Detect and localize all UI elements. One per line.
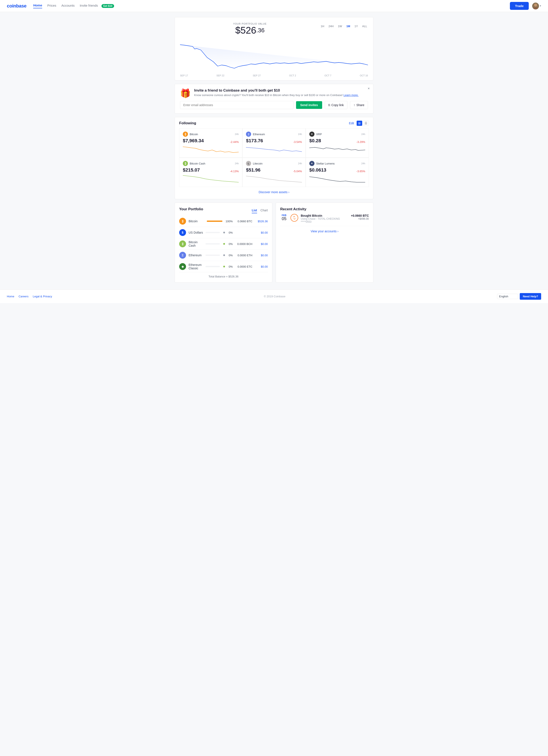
edit-link[interactable]: Edit bbox=[349, 122, 354, 125]
invite-text: Invite a friend to Coinbase and you'll b… bbox=[194, 88, 359, 97]
nav-home[interactable]: Home bbox=[33, 3, 42, 8]
copy-link-label: Copy link bbox=[332, 103, 344, 107]
recent-activity-panel: Recent Activity FEB 05 Bought Bitcoin Us… bbox=[276, 203, 373, 283]
svg-point-0 bbox=[534, 4, 537, 7]
activity-day: 05 bbox=[280, 216, 288, 221]
invite-badge[interactable]: Get $10 bbox=[101, 4, 114, 8]
activity-usd-amount: +$496.00 bbox=[351, 217, 369, 220]
send-invites-button[interactable]: Send invites bbox=[296, 101, 322, 109]
following-title: Following bbox=[179, 121, 196, 125]
discover-more-link[interactable]: Discover more assets › bbox=[179, 187, 369, 197]
portfolio-bch-name: Bitcoin Cash bbox=[188, 240, 203, 247]
tab-list[interactable]: List bbox=[252, 209, 257, 213]
time-filter-24h[interactable]: 24H bbox=[328, 24, 335, 28]
ltc-chart bbox=[246, 173, 302, 184]
chart-date-3: OCT 2 bbox=[289, 74, 296, 77]
need-help-button[interactable]: Need Help? bbox=[520, 293, 541, 300]
svg-point-1 bbox=[533, 7, 538, 9]
grid-view-button[interactable]: ⊞ bbox=[357, 121, 362, 126]
portfolio-tabs: List Chart bbox=[252, 209, 268, 213]
ltc-price: $51.96 bbox=[246, 167, 260, 173]
view-accounts-link[interactable]: View your accounts › bbox=[280, 226, 369, 233]
asset-card-btc[interactable]: ₿ Bitcoin 24h $7,969.34 -2.44% bbox=[179, 128, 242, 158]
footer: Home Careers Legal & Privacy © 2019 Coin… bbox=[0, 289, 548, 303]
nav-accounts[interactable]: Accounts bbox=[61, 4, 75, 8]
portfolio-item-usd[interactable]: $ US Dollars 0% $0.00 bbox=[179, 227, 268, 238]
user-avatar-wrap[interactable]: ▾ bbox=[532, 3, 541, 9]
xlm-chart bbox=[309, 173, 365, 184]
invite-desc-text: Know someone curious about crypto? You'l… bbox=[194, 93, 343, 97]
language-select[interactable]: EnglishEspañolFrançaisDeutschItalianoPor… bbox=[497, 294, 518, 299]
portfolio-etc-amount: 0.0000 ETC bbox=[235, 265, 252, 268]
xlm-icon: ✦ bbox=[309, 161, 315, 166]
footer-legal-link[interactable]: Legal & Privacy bbox=[33, 295, 52, 298]
tab-chart[interactable]: Chart bbox=[260, 209, 268, 213]
time-filter-1y[interactable]: 1Y bbox=[354, 24, 359, 28]
coinbase-logo[interactable]: coinbase bbox=[7, 3, 26, 9]
portfolio-eth-value: $0.00 bbox=[255, 254, 268, 257]
eth-period: 24h bbox=[298, 133, 302, 135]
activity-item-0: FEB 05 Bought Bitcoin Using Chase - TOTA… bbox=[280, 211, 369, 226]
learn-more-link[interactable]: Learn more. bbox=[344, 93, 359, 97]
portfolio-main-value: $526 bbox=[235, 25, 256, 36]
portfolio-etc-value: $0.00 bbox=[255, 265, 268, 268]
invite-top: 🎁 Invite a friend to Coinbase and you'll… bbox=[180, 88, 368, 98]
bch-name: Bitcoin Cash bbox=[190, 162, 205, 165]
chevron-down-icon: ▾ bbox=[540, 4, 541, 7]
portfolio-eth-pct: 0% bbox=[225, 254, 233, 257]
btc-icon: ₿ bbox=[183, 132, 188, 137]
email-input[interactable] bbox=[180, 101, 294, 109]
portfolio-btc-name: Bitcoin bbox=[188, 219, 204, 223]
portfolio-item-btc[interactable]: ₿ Bitcoin 100% 0.0660 BTC $526.36 bbox=[179, 216, 268, 227]
portfolio-eth-name: Ethereum bbox=[188, 253, 203, 257]
portfolio-btc-pct: 100% bbox=[225, 220, 233, 223]
btc-chart bbox=[183, 144, 239, 154]
portfolio-chart-section: YOUR PORTFOLIO VALUE $526.36 1H 24H 1W 1… bbox=[175, 17, 373, 80]
copy-icon: ⎘ bbox=[329, 103, 330, 107]
btc-name: Bitcoin bbox=[190, 133, 198, 136]
chart-date-0: SEP 17 bbox=[180, 74, 188, 77]
activity-title: Bought Bitcoin bbox=[301, 214, 348, 217]
asset-card-eth[interactable]: Ξ Ethereum 24h $173.76 -3.54% bbox=[242, 128, 306, 158]
portfolio-item-etc[interactable]: ◈ Ethereum Classic 0% 0.0000 ETC $0.00 bbox=[179, 261, 268, 272]
eth-price: $173.76 bbox=[246, 138, 263, 144]
your-portfolio-title: Your Portfolio bbox=[179, 207, 203, 211]
portfolio-btc-amount: 0.0660 BTC bbox=[235, 220, 252, 223]
portfolio-item-bch[interactable]: ₿ Bitcoin Cash 0% 0.0000 BCH $0.00 bbox=[179, 238, 268, 250]
footer-careers-link[interactable]: Careers bbox=[19, 295, 28, 298]
portfolio-eth-amount: 0.0000 ETH bbox=[235, 254, 252, 257]
activity-subtitle: Using Chase - TOTAL CHECKING *****0553 bbox=[301, 217, 348, 223]
footer-home-link[interactable]: Home bbox=[7, 295, 14, 298]
copy-link-button[interactable]: ⎘ Copy link bbox=[325, 101, 348, 109]
share-button[interactable]: ↑ Share bbox=[350, 101, 368, 109]
trade-button[interactable]: Trade bbox=[510, 2, 529, 10]
xlm-period: 24h bbox=[361, 162, 365, 165]
portfolio-btc-value: $526.36 bbox=[255, 220, 268, 223]
copyright-text: © 2019 Coinbase bbox=[264, 295, 286, 298]
time-filters: 1H 24H 1W 1M 1Y ALL bbox=[320, 24, 368, 28]
btc-period: 24h bbox=[235, 133, 239, 135]
time-filter-all[interactable]: ALL bbox=[361, 24, 368, 28]
bch-icon: ₿ bbox=[183, 161, 188, 166]
asset-card-xrp[interactable]: ✕ XRP 24h $0.28 -3.29% bbox=[306, 128, 369, 158]
bch-change: -4.13% bbox=[230, 170, 239, 173]
portfolio-usd-icon: $ bbox=[179, 229, 186, 236]
nav-prices[interactable]: Prices bbox=[47, 4, 56, 8]
asset-card-xlm[interactable]: ✦ Stellar Lumens 24h $0.0613 -3.65% bbox=[306, 158, 369, 187]
asset-card-ltc[interactable]: Ł Litecoin 24h $51.96 -5.04% bbox=[242, 158, 306, 187]
time-filter-1m[interactable]: 1M bbox=[346, 24, 351, 28]
xlm-price: $0.0613 bbox=[309, 167, 327, 173]
chart-dates: SEP 17 SEP 22 SEP 27 OCT 2 OCT 7 OCT 16 bbox=[180, 73, 368, 80]
asset-card-bch[interactable]: ₿ Bitcoin Cash 24h $215.07 -4.13% bbox=[179, 158, 242, 187]
navbar: coinbase Home Prices Accounts Invite fri… bbox=[0, 0, 548, 12]
view-toggle: ⊞ ☰ bbox=[357, 121, 369, 126]
time-filter-1w[interactable]: 1W bbox=[337, 24, 343, 28]
portfolio-item-eth[interactable]: Ξ Ethereum 0% 0.0000 ETH $0.00 bbox=[179, 250, 268, 261]
swap-icon bbox=[293, 216, 296, 220]
close-icon[interactable]: × bbox=[368, 87, 370, 90]
ltc-name: Litecoin bbox=[253, 162, 262, 165]
nav-invite[interactable]: Invite friends bbox=[80, 4, 98, 8]
portfolio-etc-name: Ethereum Classic bbox=[188, 263, 203, 270]
list-view-button[interactable]: ☰ bbox=[363, 121, 369, 126]
time-filter-1h[interactable]: 1H bbox=[320, 24, 325, 28]
